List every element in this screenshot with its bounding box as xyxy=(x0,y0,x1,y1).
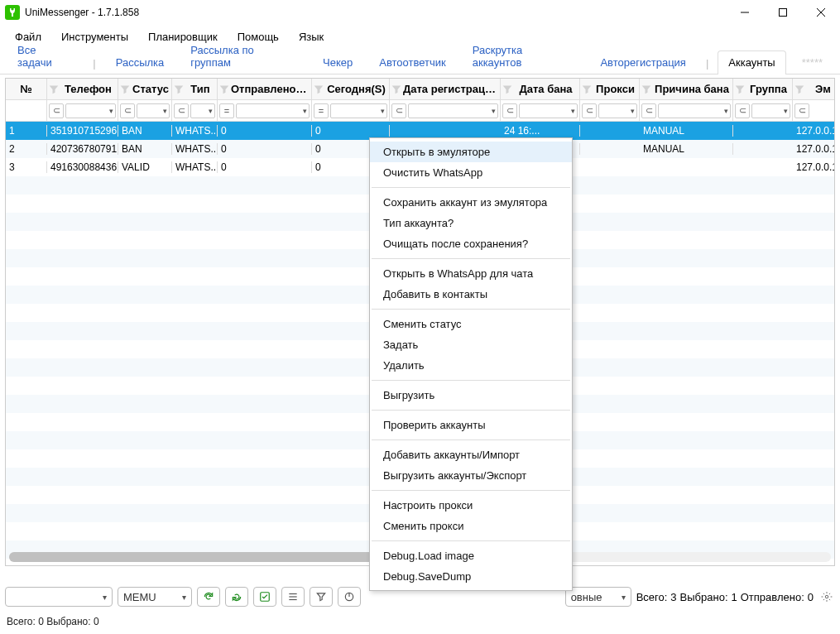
tab-separator: | xyxy=(89,51,99,74)
filter-button[interactable] xyxy=(310,587,333,607)
col-proxy[interactable]: Прокси xyxy=(593,83,637,95)
context-menu-item[interactable]: Проверить аккаунты xyxy=(370,415,572,435)
filter-icon[interactable] xyxy=(794,84,804,94)
filter-icon[interactable] xyxy=(314,84,324,94)
filter-icon[interactable] xyxy=(174,84,184,94)
filter-op[interactable]: ⊂ xyxy=(174,103,189,118)
maximize-button[interactable] xyxy=(764,0,802,25)
filter-input[interactable] xyxy=(751,103,790,118)
tab-checker[interactable]: Чекер xyxy=(312,50,363,74)
col-today[interactable]: Сегодня(S) xyxy=(325,83,387,95)
cell-otpr: 0 xyxy=(218,143,312,155)
cell-otpr: 0 xyxy=(218,125,312,137)
col-group[interactable]: Группа xyxy=(746,83,790,95)
filter-op[interactable]: ⊂ xyxy=(582,103,597,118)
filter-icon[interactable] xyxy=(502,84,512,94)
context-menu-item[interactable]: Добавить аккаунты/Импорт xyxy=(370,444,572,465)
tab-autoreg[interactable]: Авторегистрация xyxy=(589,50,696,74)
col-regdate[interactable]: Дата регистрации xyxy=(403,83,498,95)
filter-icon[interactable] xyxy=(120,84,130,94)
context-menu-separator xyxy=(372,439,570,440)
tab-all-tasks[interactable]: Все задачи xyxy=(7,38,84,74)
list-button[interactable] xyxy=(281,587,305,607)
filter-input[interactable] xyxy=(65,103,116,118)
grid-header: № Телефон Статус Тип Отправлено(S) Сегод… xyxy=(6,79,834,100)
context-menu-item[interactable]: Выгрузить xyxy=(370,385,572,406)
col-bandate[interactable]: Дата бана xyxy=(514,83,578,95)
filter-input[interactable] xyxy=(137,103,170,118)
context-menu-item[interactable]: Выгрузить аккаунты/Экспорт xyxy=(370,465,572,486)
filter-op[interactable]: ⊂ xyxy=(502,103,517,118)
tab-group-broadcast[interactable]: Рассылка по группам xyxy=(180,38,307,74)
refresh-button[interactable] xyxy=(197,587,220,607)
filter-icon[interactable] xyxy=(641,84,651,94)
filter-input[interactable] xyxy=(330,103,387,118)
combo-filter-type[interactable]: овные xyxy=(565,587,631,607)
col-phone[interactable]: Телефон xyxy=(60,83,116,95)
context-menu-item[interactable]: Добавить в контакты xyxy=(370,284,572,305)
filter-op[interactable]: = xyxy=(314,103,329,118)
filter-op[interactable]: ⊂ xyxy=(794,103,809,118)
context-menu-item[interactable]: Debug.SaveDump xyxy=(370,566,572,587)
context-menu-item[interactable]: Настроить прокси xyxy=(370,495,572,516)
context-menu-item[interactable]: Задать xyxy=(370,334,572,355)
context-menu-separator xyxy=(372,187,570,188)
settings-gear-icon[interactable] xyxy=(818,588,835,605)
filter-op[interactable]: = xyxy=(219,103,234,118)
cell-prich: MANUAL xyxy=(640,125,733,137)
filter-icon[interactable] xyxy=(49,84,59,94)
context-menu-item[interactable]: Очистить WhatsApp xyxy=(370,162,572,183)
col-status[interactable]: Статус xyxy=(132,83,170,95)
filter-icon[interactable] xyxy=(391,84,401,94)
filter-op[interactable]: ⊂ xyxy=(735,103,750,118)
power-button[interactable] xyxy=(338,587,361,607)
cell-em: 127.0.0.1 xyxy=(793,125,835,137)
filter-input[interactable] xyxy=(236,103,310,118)
check-button[interactable] xyxy=(253,587,276,607)
window-title: UniMessenger - 1.7.1.858 xyxy=(25,7,726,18)
col-no[interactable]: № xyxy=(7,83,45,95)
col-banreason[interactable]: Причина бана xyxy=(653,83,731,95)
filter-op[interactable]: ⊂ xyxy=(641,103,656,118)
combo-emulator[interactable]: MEMU xyxy=(118,587,192,607)
close-button[interactable] xyxy=(802,0,840,25)
filter-icon[interactable] xyxy=(582,84,592,94)
tab-promotion[interactable]: Раскрутка аккаунтов xyxy=(462,38,585,74)
context-menu-item[interactable]: Тип аккаунта? xyxy=(370,213,572,233)
col-sent[interactable]: Отправлено(S) xyxy=(231,83,310,95)
cell-tel: 420736780791 xyxy=(47,143,118,155)
filter-op[interactable]: ⊂ xyxy=(49,103,64,118)
context-menu-item[interactable]: Очищать после сохранения? xyxy=(370,233,572,254)
context-menu-item[interactable]: Сменить прокси xyxy=(370,516,572,536)
context-menu-item[interactable]: Сменить статус xyxy=(370,314,572,334)
combo-unknown-1[interactable] xyxy=(5,587,113,607)
status-line: Всего: 0 Выбрано: 0 xyxy=(7,616,99,627)
col-type[interactable]: Тип xyxy=(185,83,215,95)
col-emulator[interactable]: Эм xyxy=(806,83,835,95)
cell-status: VALID xyxy=(118,161,172,173)
reload-button[interactable] xyxy=(225,587,248,607)
filter-input[interactable] xyxy=(190,103,215,118)
context-menu-item[interactable]: Сохранить аккаунт из эмулятора xyxy=(370,192,572,213)
filter-op[interactable]: ⊂ xyxy=(120,103,135,118)
cell-no: 2 xyxy=(6,143,47,155)
cell-seg: 0 xyxy=(312,125,390,137)
filter-op[interactable]: ⊂ xyxy=(391,103,406,118)
context-menu-item[interactable]: Debug.Load image xyxy=(370,545,572,566)
context-menu-item[interactable]: Открыть в WhatsApp для чата xyxy=(370,263,572,284)
filter-input[interactable] xyxy=(519,103,578,118)
filter-input[interactable] xyxy=(598,103,637,118)
menu-bar: Файл Инструменты Планировщик Помощь Язык xyxy=(0,25,840,48)
filter-input[interactable] xyxy=(658,103,731,118)
tab-autoresponder[interactable]: Автоответчик xyxy=(368,50,456,74)
context-menu-item[interactable]: Открыть в эмуляторе xyxy=(370,142,572,162)
cell-status: BAN xyxy=(118,125,172,137)
context-menu-item[interactable]: Удалить xyxy=(370,355,572,376)
filter-icon[interactable] xyxy=(219,84,229,94)
tab-broadcast[interactable]: Рассылка xyxy=(105,50,175,74)
tab-extra[interactable]: ***** xyxy=(791,50,833,74)
minimize-button[interactable] xyxy=(726,0,764,25)
filter-input[interactable] xyxy=(408,103,498,118)
filter-icon[interactable] xyxy=(735,84,745,94)
tab-accounts[interactable]: Аккаунты xyxy=(718,50,785,74)
